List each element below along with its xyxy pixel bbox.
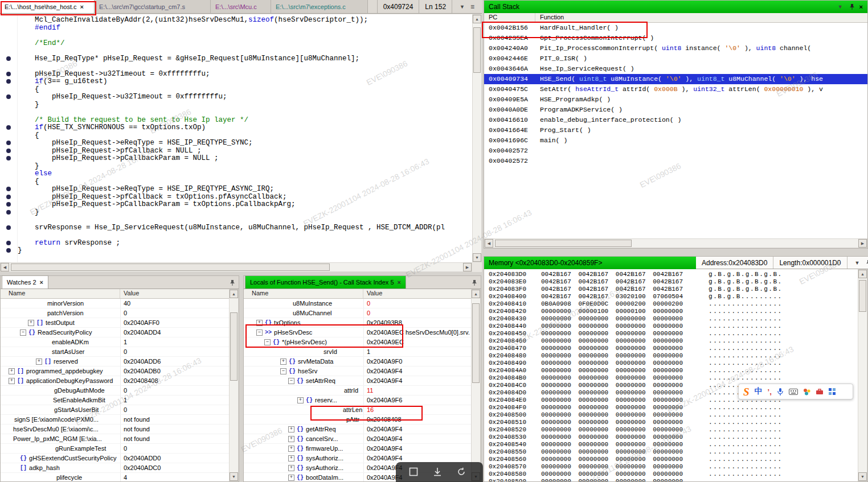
pin-icon[interactable]: [472, 279, 477, 286]
scroll-down-icon[interactable]: ▼: [473, 253, 481, 262]
memory-row[interactable]: 0x2040852000000000 00000000 00000000 000…: [484, 426, 858, 434]
breakpoint-icon[interactable]: [6, 149, 11, 153]
callstack-row[interactable]: 0x004235EAGpt_ProcessCommonInterrupt( ): [484, 33, 867, 43]
watch-row[interactable]: startAsUser0: [1, 347, 229, 357]
scroll-right-icon[interactable]: ▶: [858, 239, 867, 248]
code-line[interactable]: pHseIp_Request->pCallbackParam = txOptio…: [18, 201, 472, 209]
breakpoint-icon[interactable]: [6, 210, 11, 215]
ime-logo-icon[interactable]: S: [743, 386, 750, 397]
watch-row[interactable]: enableADKm1: [1, 337, 229, 347]
grid-icon[interactable]: [829, 388, 836, 395]
scroll-right-icon[interactable]: ▶: [463, 263, 472, 271]
collapse-icon[interactable]: −: [256, 329, 263, 336]
code-line[interactable]: pHseIp_Request->eReqType = HSE_IP_REQTYP…: [18, 139, 472, 147]
ime-mode-icon[interactable]: 中: [755, 386, 763, 397]
memory-row[interactable]: 0x2040857000000000 00000000 00000000 000…: [484, 463, 858, 471]
memory-row[interactable]: 0x2040849000000000 00000000 00000000 000…: [484, 360, 858, 367]
menu-icon[interactable]: ≡: [469, 3, 476, 11]
expand-icon[interactable]: +: [288, 465, 294, 471]
code-line[interactable]: pHseIp_Request->pfCallback = txOptions.p…: [18, 193, 472, 201]
memory-row[interactable]: 0x2040842000000000 00000100 00000100 000…: [484, 308, 858, 315]
local-row[interactable]: +{}txOptions0x204093B8: [244, 318, 471, 328]
watch-row[interactable]: SetEnableAdkmBit1: [1, 396, 229, 405]
scroll-up-icon[interactable]: ▲: [472, 290, 480, 298]
code-line[interactable]: {: [18, 178, 472, 186]
expand-icon[interactable]: +: [9, 378, 15, 384]
breakpoint-icon[interactable]: [6, 56, 11, 61]
watch-row[interactable]: +[]reserved0x2040ADD6: [1, 357, 229, 366]
memory-row[interactable]: 0x204083E00042B167 0042B167 0042B167 004…: [484, 278, 858, 286]
expand-icon[interactable]: +: [288, 446, 294, 452]
watch-row[interactable]: +[]testOutput0x2040AFF0: [1, 318, 229, 328]
memory-address-field[interactable]: Address:0x204083D0: [696, 257, 773, 269]
expand-icon[interactable]: +: [9, 368, 15, 374]
code-line[interactable]: }: [18, 209, 472, 217]
close-icon[interactable]: ×: [40, 279, 43, 286]
callstack-row[interactable]: 0x0040A0DEProgramADKPService( ): [484, 105, 867, 115]
code-line[interactable]: [18, 63, 472, 71]
code-line[interactable]: if(3== g_u16test): [18, 78, 472, 86]
watch-row[interactable]: hseSrvDescMu0 [E:\xiaomi\c...not found: [1, 425, 229, 434]
watch-row[interactable]: []adkp_hash0x2040ADC0: [1, 463, 229, 473]
expand-icon[interactable]: +: [280, 359, 286, 365]
pin-icon[interactable]: [230, 279, 235, 286]
breakpoint-icon[interactable]: [6, 187, 11, 191]
keyboard-icon[interactable]: [789, 389, 798, 395]
memory-row[interactable]: 0x204084F000000000 00000000 00000000 000…: [484, 404, 858, 411]
breakpoint-icon[interactable]: [6, 94, 11, 99]
watch-row[interactable]: gRunExampleTest0: [1, 444, 229, 454]
code-line[interactable]: srvResponse = Hse_Ip_ServiceRequest(u8Mu…: [18, 224, 472, 232]
local-row[interactable]: +{}reserv...0x2040A9F6: [244, 396, 471, 405]
scroll-left-icon[interactable]: ◀: [1, 263, 9, 271]
local-row[interactable]: +{}srvMetaData0x2040A9F0: [244, 357, 471, 366]
breakpoint-gutter[interactable]: [0, 14, 18, 262]
local-row[interactable]: −{}*(pHseSrvDesc)0x2040A9EC: [244, 337, 471, 347]
breakpoint-icon[interactable]: [6, 156, 11, 160]
vertical-scrollbar[interactable]: ▲▼: [471, 289, 481, 481]
scroll-thumb[interactable]: [473, 27, 481, 73]
breakpoint-icon[interactable]: [6, 125, 11, 130]
toolbox-icon[interactable]: [816, 388, 824, 395]
expand-icon[interactable]: +: [297, 397, 304, 403]
scroll-thumb[interactable]: [495, 240, 632, 247]
callstack-row[interactable]: 0x00402572: [484, 146, 867, 156]
local-row[interactable]: u8MuInstance0: [244, 299, 471, 308]
local-row[interactable]: attrId11: [244, 386, 471, 396]
breakpoint-icon[interactable]: [6, 225, 11, 230]
watch-row[interactable]: gDebugAuthMode0: [1, 386, 229, 396]
local-row[interactable]: −{}setAttrReq0x2040A9F4: [244, 376, 471, 386]
local-row[interactable]: u8MuChannel0: [244, 308, 471, 318]
code-area[interactable]: Mcl_CacheInvalidateByAddr(2,(uint32)hseS…: [18, 14, 472, 262]
expand-icon[interactable]: +: [256, 320, 263, 326]
memory-row[interactable]: 0x2040853000000000 00000000 00000000 000…: [484, 434, 858, 441]
local-row[interactable]: +{}cancelSrv...0x2040A9F4: [244, 434, 471, 444]
scroll-up-icon[interactable]: ▲: [473, 15, 481, 23]
horizontal-scrollbar[interactable]: ◀▶: [484, 238, 867, 248]
code-line[interactable]: }: [18, 247, 472, 255]
scroll-up-icon[interactable]: ▲: [858, 270, 867, 278]
code-line[interactable]: Mcl_CacheInvalidateByAddr(2,(uint32)hseS…: [18, 17, 472, 24]
collapse-icon[interactable]: −: [280, 368, 286, 374]
code-line[interactable]: else: [18, 170, 472, 178]
breakpoint-icon[interactable]: [6, 79, 11, 84]
callstack-row[interactable]: 0x0042B156HardFault_Handler( ): [484, 23, 867, 33]
watch-row[interactable]: −{}ReadSecurityPolicy0x2040ADD4: [1, 328, 229, 337]
code-editor[interactable]: Mcl_CacheInvalidateByAddr(2,(uint32)hseS…: [0, 14, 482, 262]
vertical-scrollbar[interactable]: ▲▼: [229, 289, 239, 481]
breakpoint-icon[interactable]: [6, 241, 11, 245]
close-icon[interactable]: ×: [398, 279, 401, 286]
breakpoint-icon[interactable]: [6, 141, 11, 145]
watch-row[interactable]: minorVersion40: [1, 299, 229, 308]
scroll-thumb[interactable]: [859, 280, 866, 312]
memory-row[interactable]: 0x204084A000000000 00000000 00000000 000…: [484, 367, 858, 374]
code-line[interactable]: [18, 216, 472, 224]
collapse-icon[interactable]: −: [264, 339, 271, 345]
vertical-scrollbar[interactable]: ▲▼: [472, 14, 482, 262]
memory-row[interactable]: 0x204083D00042B167 0042B167 0042B167 004…: [484, 271, 858, 278]
memory-row[interactable]: 0x204083F00042B167 0042B167 0042B167 004…: [484, 286, 858, 293]
editor-tab[interactable]: E:\...\src\m7\gcc\startup_cm7.s: [95, 0, 211, 13]
local-row[interactable]: −{}hseSrv0x2040A9F4: [244, 366, 471, 376]
callstack-row[interactable]: 0x0042446EPIT_0_ISR( ): [484, 53, 867, 64]
code-line[interactable]: {: [18, 132, 472, 140]
dropdown-icon[interactable]: ▼: [853, 260, 862, 266]
